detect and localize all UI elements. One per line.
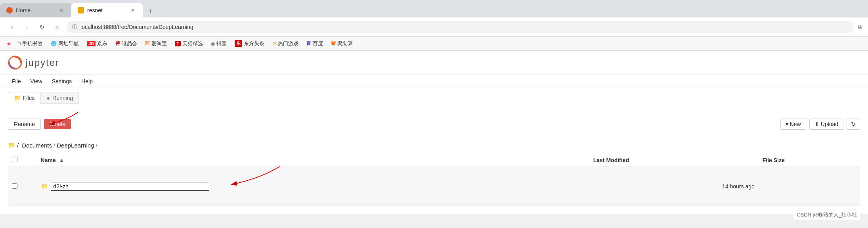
- bookmark-taobao-label: 爱淘宝: [151, 40, 167, 47]
- bookmark-douyin[interactable]: ◎ 抖音: [208, 39, 230, 48]
- jupyter-page: jupyter File View Settings Help 📁 Files …: [0, 51, 868, 214]
- arrow-annotation-filename: [220, 163, 300, 194]
- upload-button-label: Upload: [821, 121, 838, 127]
- forward-button[interactable]: ›: [21, 21, 33, 33]
- menu-help[interactable]: Help: [77, 77, 97, 86]
- new-dropdown-icon: ▾: [786, 121, 788, 127]
- bookmark-mobile[interactable]: □ 手机书签: [15, 39, 46, 48]
- menu-settings[interactable]: Settings: [48, 77, 76, 86]
- jd-icon: JD: [87, 41, 96, 46]
- size-cell: [759, 167, 860, 206]
- sort-arrow-icon: ▲: [59, 157, 65, 163]
- name-column-header[interactable]: Name ▲: [37, 153, 589, 167]
- file-table-header: Name ▲ Last Modified File Size: [8, 153, 860, 167]
- taobao-icon: 阿: [145, 40, 150, 47]
- toutiao-icon: 东: [235, 40, 242, 47]
- jupyter-logo-icon: [8, 56, 22, 70]
- jupyter-menu: File View Settings Help: [0, 75, 868, 88]
- size-column-header: File Size: [759, 153, 860, 167]
- jupyter-header: jupyter: [0, 51, 868, 75]
- upload-icon: ⬆: [814, 121, 819, 127]
- jupyter-logo: jupyter: [8, 56, 59, 70]
- select-all-checkbox[interactable]: [12, 157, 17, 162]
- rename-button[interactable]: Rename: [8, 119, 41, 130]
- upload-button[interactable]: ⬆ Upload: [809, 119, 843, 130]
- reload-button[interactable]: ↻: [36, 21, 48, 33]
- bookmark-toutiao-label: 东方头条: [244, 40, 264, 47]
- bookmark-webnav-label: 网址导航: [58, 40, 79, 47]
- new-tab-button[interactable]: +: [144, 5, 157, 17]
- new-button[interactable]: ▾ New: [780, 119, 806, 130]
- breadcrumb-root[interactable]: /: [17, 142, 19, 149]
- tab-resnet[interactable]: resnet ✕: [71, 3, 143, 17]
- toolbar-left: Rename Delete: [8, 112, 122, 136]
- folder-breadcrumb-icon: 📁: [8, 142, 15, 149]
- douyin-icon: ◎: [211, 41, 215, 46]
- resnet-tab-close[interactable]: ✕: [129, 7, 136, 14]
- delete-button[interactable]: Delete: [44, 119, 71, 129]
- modified-cell: 14 hours ago: [589, 167, 759, 206]
- url-text: localhost:8888/tree/Documents/DeepLearni…: [80, 24, 193, 30]
- breadcrumb: 📁 / Documents / DeepLearning /: [8, 140, 860, 150]
- table-row: 📁: [8, 167, 860, 206]
- home-tab-label: Home: [16, 7, 31, 13]
- bookmark-mobile-label: 手机书签: [22, 40, 43, 47]
- bookmark-tmall-label: 天猫精选: [182, 40, 203, 47]
- bookmark-jd[interactable]: JD 京东: [84, 39, 111, 48]
- new-button-label: New: [790, 121, 801, 127]
- resnet-tab-icon: [78, 7, 84, 13]
- bookmark-tmall[interactable]: T 天猫精选: [172, 39, 206, 48]
- files-tab-icon: 📁: [14, 95, 21, 101]
- menu-view[interactable]: View: [27, 77, 46, 86]
- address-bar: ‹ › ↻ ⌂ ⓘ localhost:8888/tree/Documents/…: [0, 17, 868, 36]
- filename-cell: 📁: [41, 171, 585, 202]
- bookmark-taobao[interactable]: 阿 爱淘宝: [142, 39, 170, 48]
- file-table: Name ▲ Last Modified File Size: [8, 153, 860, 206]
- bookmark-baidu[interactable]: 百 百度: [303, 39, 326, 48]
- filename-input[interactable]: [51, 182, 209, 191]
- modified-column-header: Last Modified: [589, 153, 759, 167]
- toolbar-row: Rename Delete ▾ New: [8, 108, 860, 140]
- browser-chrome: Home ✕ resnet ✕ + ‹ › ↻ ⌂ ⓘ localhost:88…: [0, 0, 868, 51]
- url-bar[interactable]: ⓘ localhost:8888/tree/Documents/DeepLear…: [67, 21, 854, 33]
- breadcrumb-documents[interactable]: Documents: [22, 142, 52, 149]
- jupyter-logo-text: jupyter: [25, 57, 59, 68]
- svg-point-0: [9, 56, 21, 69]
- external-link-icon[interactable]: ⧉: [858, 23, 862, 30]
- bookmark-juhesuan-label: 聚划算: [337, 40, 353, 47]
- games-icon: ⊙: [272, 41, 276, 46]
- tab-files[interactable]: 📁 Files: [8, 92, 41, 104]
- back-button[interactable]: ‹: [6, 21, 17, 33]
- tabs-row: 📁 Files ● Running: [8, 88, 860, 108]
- star-icon: ★: [6, 40, 11, 47]
- row-checkbox[interactable]: [12, 183, 17, 189]
- bookmark-games-label: 热门游戏: [278, 40, 298, 47]
- running-tab-icon: ●: [47, 95, 50, 101]
- bookmark-toutiao[interactable]: 东 东方头条: [231, 39, 268, 48]
- bookmark-vipshop-label: 唯品会: [122, 40, 137, 47]
- refresh-button[interactable]: ↻: [847, 119, 860, 130]
- bookmark-webnav[interactable]: 🌐 网址导航: [48, 39, 82, 48]
- tab-running[interactable]: ● Running: [41, 92, 79, 104]
- menu-file[interactable]: File: [8, 77, 25, 86]
- lock-icon: ⓘ: [72, 23, 77, 31]
- webnav-icon: 🌐: [51, 41, 57, 46]
- home-tab-icon: [6, 7, 13, 13]
- jupyter-main: 📁 Files ● Running Rename Delete: [0, 88, 868, 214]
- tab-home[interactable]: Home ✕: [0, 3, 71, 17]
- baidu-icon: 百: [306, 40, 311, 47]
- tmall-icon: T: [175, 41, 181, 46]
- bookmarks-bar: ★ □ 手机书签 🌐 网址导航 JD 京东 侍 唯品会 阿 爱淘宝 T 天猫精选…: [0, 36, 868, 51]
- tab-bar: Home ✕ resnet ✕ +: [0, 0, 868, 17]
- mobile-icon: □: [18, 41, 21, 46]
- bookmark-douyin-label: 抖音: [216, 40, 227, 47]
- bookmark-games[interactable]: ⊙ 热门游戏: [269, 39, 302, 48]
- bookmark-vipshop[interactable]: 侍 唯品会: [112, 39, 140, 48]
- home-button[interactable]: ⌂: [52, 21, 63, 33]
- bookmark-juhesuan[interactable]: 聚 聚划算: [328, 39, 356, 48]
- folder-icon: 📁: [41, 183, 48, 190]
- breadcrumb-deeplearning[interactable]: DeepLearning: [57, 142, 94, 149]
- toolbar-right: ▾ New ⬆ Upload ↻: [780, 119, 860, 130]
- home-tab-close[interactable]: ✕: [58, 7, 65, 14]
- files-tab-label: Files: [23, 95, 35, 101]
